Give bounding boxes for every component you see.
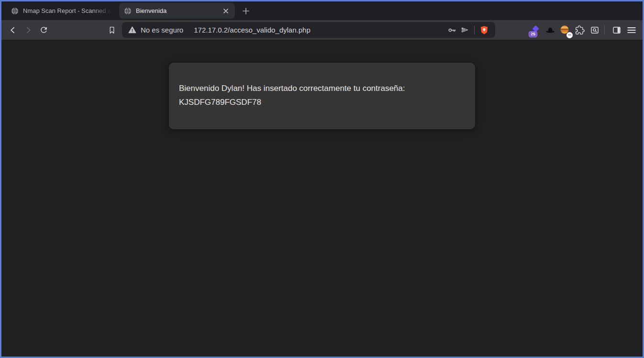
extension-purple-button[interactable]: 25 [529, 23, 542, 37]
new-tab-button[interactable] [240, 5, 252, 17]
address-bar[interactable]: No es seguro 172.17.0.2/acceso_valido_dy… [122, 22, 495, 38]
extensions-menu-button[interactable] [574, 23, 586, 37]
back-button[interactable] [5, 22, 21, 38]
chevron-left-icon [8, 25, 18, 35]
globe-icon [124, 7, 132, 15]
sidebar-toggle-button[interactable] [611, 23, 623, 37]
toolbar-divider [604, 26, 605, 34]
site-security-chip[interactable]: No es seguro [128, 26, 183, 34]
tab-title: Bienvenida [136, 7, 219, 14]
browser-window: Nmap Scan Report - Scanned at We Bienven… [0, 0, 644, 358]
url-text[interactable]: 172.17.0.2/acceso_valido_dylan.php [194, 26, 311, 34]
brave-shields-button[interactable] [478, 24, 490, 36]
password-manager-button[interactable] [446, 24, 458, 36]
extension-badge: 25 [529, 31, 537, 37]
bookmark-icon [108, 26, 116, 34]
fedora-hat-icon [545, 25, 555, 35]
forward-button[interactable] [21, 22, 36, 38]
box-magnifier-icon [590, 25, 600, 35]
warning-icon [128, 26, 136, 34]
reload-icon [39, 25, 48, 34]
tab-strip: Nmap Scan Report - Scanned at We Bienven… [1, 1, 643, 20]
brave-shield-icon [479, 25, 489, 35]
welcome-card: Bienvenido Dylan! Has insertado correcta… [169, 63, 475, 129]
welcome-message: Bienvenido Dylan! Has insertado correcta… [179, 82, 465, 96]
page-content: Bienvenido Dylan! Has insertado correcta… [1, 40, 643, 357]
search-panel-button[interactable] [588, 23, 601, 37]
tab-title: Nmap Scan Report - Scanned at We [23, 7, 112, 14]
sidebar-icon [612, 25, 622, 35]
hamburger-menu-icon [626, 25, 637, 35]
tab-bienvenida[interactable]: Bienvenida [119, 3, 235, 19]
toolbar-right-group: 25 [527, 23, 638, 37]
bookmark-button[interactable] [105, 22, 119, 38]
tab-close-button[interactable] [222, 7, 230, 15]
browser-menu-button[interactable] [625, 23, 638, 37]
extension-cookie-button[interactable] [559, 23, 571, 37]
chevron-right-icon [23, 25, 33, 35]
plus-icon [243, 8, 249, 14]
tab-nmap-report[interactable]: Nmap Scan Report - Scanned at We [6, 3, 117, 19]
send-tab-button[interactable] [458, 24, 471, 36]
password-value: KJSDFG789FGSDF78 [179, 96, 465, 110]
close-icon [223, 9, 228, 13]
toolbar: No es seguro 172.17.0.2/acceso_valido_dy… [1, 20, 643, 40]
puzzle-icon [575, 25, 585, 35]
blocked-badge-icon [566, 32, 573, 38]
reload-button[interactable] [36, 22, 51, 38]
extension-hat-button[interactable] [544, 23, 556, 37]
key-icon [447, 25, 457, 35]
urlbar-divider [474, 26, 475, 34]
globe-icon [11, 7, 19, 15]
security-chip-label: No es seguro [141, 26, 183, 34]
send-icon [460, 25, 469, 34]
